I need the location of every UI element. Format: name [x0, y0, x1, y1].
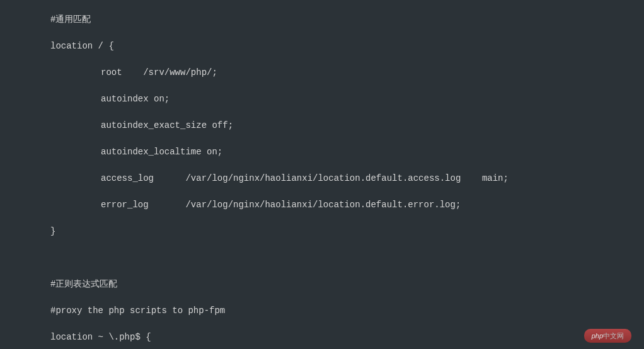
watermark-badge: php中文网 [584, 329, 631, 343]
watermark-text-suffix: 中文网 [603, 332, 624, 340]
location-open: location ~ \.php$ { [0, 331, 644, 344]
config-line-root: root /srv/www/php/; [0, 66, 644, 79]
comment-line: #通用匹配 [0, 13, 644, 26]
config-line-localtime: autoindex_localtime on; [0, 146, 644, 159]
config-line-error-log: error_log /var/log/nginx/haolianxi/locat… [0, 198, 644, 212]
comment-line: #proxy the php scripts to php-fpm [0, 304, 644, 318]
watermark-text-main: php [592, 332, 603, 340]
location-open: location / { [0, 40, 644, 53]
comment-line: #正则表达式匹配 [0, 278, 644, 291]
blank-line [0, 251, 644, 265]
config-line-exact-size: autoindex_exact_size off; [0, 119, 644, 132]
config-line-autoindex: autoindex on; [0, 93, 644, 106]
code-block: #通用匹配 location / { root /srv/www/php/; a… [0, 0, 644, 349]
block-close: } [0, 225, 644, 238]
config-line-access-log: access_log /var/log/nginx/haolianxi/loca… [0, 172, 644, 185]
